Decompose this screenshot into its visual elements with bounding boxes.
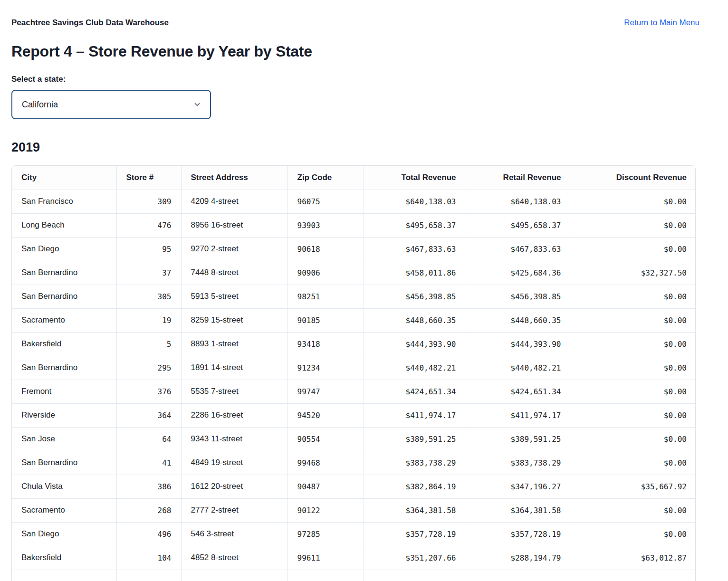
table-cell: $440,482.21 xyxy=(364,356,466,380)
table-cell: 476 xyxy=(116,213,181,237)
table-cell: Bakersfield xyxy=(12,332,116,356)
column-header: Zip Code xyxy=(287,166,364,190)
table-cell: 95 xyxy=(116,237,181,261)
table-cell: $467,833.63 xyxy=(364,237,466,261)
table-cell xyxy=(181,570,287,581)
table-cell: $364,381.58 xyxy=(364,498,466,522)
table-cell: $456,398.85 xyxy=(364,285,466,308)
table-cell: $0.00 xyxy=(571,190,696,213)
table-cell: San Francisco xyxy=(12,190,116,213)
table-cell: 305 xyxy=(116,285,181,308)
table-cell: $0.00 xyxy=(571,522,696,546)
table-cell: 97285 xyxy=(287,522,364,546)
table-row: Sacramento198259 15-street90185$448,660.… xyxy=(12,308,696,332)
table-cell xyxy=(571,570,696,581)
table-cell: 386 xyxy=(116,475,181,498)
table-cell: 5 xyxy=(116,332,181,356)
column-header: Total Revenue xyxy=(364,166,466,190)
state-select[interactable]: California xyxy=(11,90,211,119)
table-cell: $448,660.35 xyxy=(364,308,466,332)
app-title: Peachtree Savings Club Data Warehouse xyxy=(11,18,169,28)
table-cell: 295 xyxy=(116,356,181,380)
table-cell xyxy=(287,570,364,581)
table-cell: 19 xyxy=(116,308,181,332)
table-row: Riverside3642286 16-street94520$411,974.… xyxy=(12,403,696,427)
table-cell: 8956 16-street xyxy=(181,213,287,237)
column-header: Store # xyxy=(116,166,181,190)
table-cell: $0.00 xyxy=(571,213,696,237)
table-cell: San Diego xyxy=(12,522,116,546)
table-cell: $456,398.85 xyxy=(466,285,571,308)
table-row: San Jose649343 11-street90554$389,591.25… xyxy=(12,427,696,451)
table-cell: $0.00 xyxy=(571,427,696,451)
table-cell: 8893 1-street xyxy=(181,332,287,356)
table-cell: 8259 15-street xyxy=(181,308,287,332)
table-cell: 90554 xyxy=(287,427,364,451)
state-select-value: California xyxy=(22,100,58,110)
table-cell: 364 xyxy=(116,403,181,427)
table-row: San Bernardino377448 8-street90906$458,0… xyxy=(12,261,696,285)
table-cell: 90906 xyxy=(287,261,364,285)
table-cell: 4849 19-street xyxy=(181,451,287,475)
table-cell: $389,591.25 xyxy=(364,427,466,451)
table-cell: San Bernardino xyxy=(12,451,116,475)
table-cell: 96075 xyxy=(287,190,364,213)
table-row: Sacramento2682777 2-street90122$364,381.… xyxy=(12,498,696,522)
table-cell: $0.00 xyxy=(571,237,696,261)
year-heading: 2019 xyxy=(11,140,699,155)
revenue-table-grid: CityStore #Street AddressZip CodeTotal R… xyxy=(12,166,696,581)
table-cell: 546 3-street xyxy=(181,522,287,546)
table-cell: 2286 16-street xyxy=(181,403,287,427)
table-cell: San Bernardino xyxy=(12,261,116,285)
table-row: Long Beach4768956 16-street93903$495,658… xyxy=(12,213,696,237)
table-cell: $411,974.17 xyxy=(466,403,571,427)
table-cell: Riverside xyxy=(12,403,116,427)
table-cell: $495,658.37 xyxy=(364,213,466,237)
table-cell xyxy=(466,570,571,581)
table-cell: $424,651.34 xyxy=(364,380,466,403)
table-cell: 90487 xyxy=(287,475,364,498)
table-body: San Francisco3094209 4-street96075$640,1… xyxy=(12,190,696,581)
table-cell xyxy=(116,570,181,581)
table-cell: Sacramento xyxy=(12,308,116,332)
table-cell: Sacramento xyxy=(12,498,116,522)
table-row: Bakersfield1044852 8-street99611$351,207… xyxy=(12,546,696,570)
top-bar: Peachtree Savings Club Data Warehouse Re… xyxy=(11,18,699,28)
table-cell: 99468 xyxy=(287,451,364,475)
table-cell: $0.00 xyxy=(571,380,696,403)
table-cell: $458,011.86 xyxy=(364,261,466,285)
column-header: Discount Revenue xyxy=(571,166,696,190)
table-cell: $0.00 xyxy=(571,285,696,308)
table-row: San Bernardino3055913 5-street98251$456,… xyxy=(12,285,696,308)
table-cell: $351,207.66 xyxy=(364,546,466,570)
table-cell: Bakersfield xyxy=(12,546,116,570)
table-cell: $347,196.27 xyxy=(466,475,571,498)
column-header: Street Address xyxy=(181,166,287,190)
table-cell: 93418 xyxy=(287,332,364,356)
table-cell: $495,658.37 xyxy=(466,213,571,237)
table-cell: $35,667.92 xyxy=(571,475,696,498)
table-cell: 2777 2-street xyxy=(181,498,287,522)
table-row: Bakersfield58893 1-street93418$444,393.9… xyxy=(12,332,696,356)
table-row: San Diego959270 2-street90618$467,833.63… xyxy=(12,237,696,261)
table-cell: 4852 8-street xyxy=(181,546,287,570)
table-cell: 5913 5-street xyxy=(181,285,287,308)
table-cell: 90618 xyxy=(287,237,364,261)
table-cell: 99611 xyxy=(287,546,364,570)
table-cell: $0.00 xyxy=(571,451,696,475)
table-cell: 93903 xyxy=(287,213,364,237)
table-cell: $640,138.03 xyxy=(466,190,571,213)
return-main-menu-link[interactable]: Return to Main Menu xyxy=(624,18,699,28)
table-cell: $424,651.34 xyxy=(466,380,571,403)
table-cell: 4209 4-street xyxy=(181,190,287,213)
page-title: Report 4 – Store Revenue by Year by Stat… xyxy=(11,43,699,60)
table-row: San Bernardino2951891 14-street91234$440… xyxy=(12,356,696,380)
state-select-label: Select a state: xyxy=(11,75,699,84)
table-cell: San Bernardino xyxy=(12,356,116,380)
chevron-down-icon xyxy=(193,100,201,109)
table-cell: $467,833.63 xyxy=(466,237,571,261)
table-cell: 99747 xyxy=(287,380,364,403)
table-cell: 5535 7-street xyxy=(181,380,287,403)
table-cell: 7448 8-street xyxy=(181,261,287,285)
table-cell: 104 xyxy=(116,546,181,570)
